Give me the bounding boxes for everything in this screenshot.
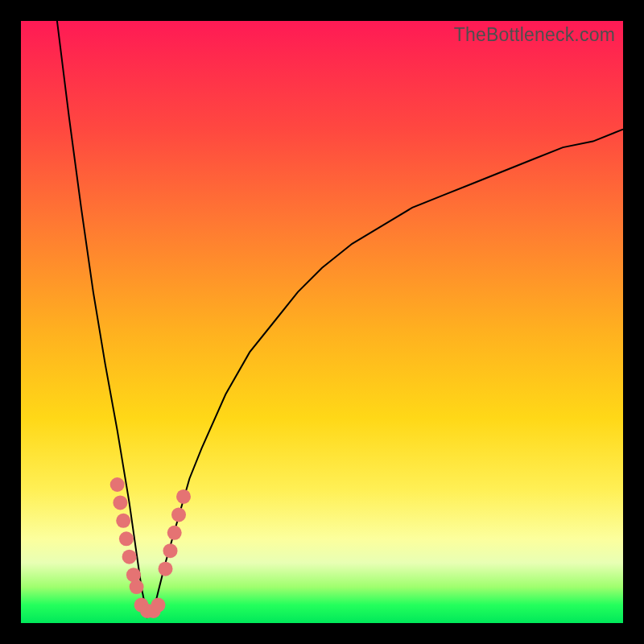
data-point (113, 495, 127, 510)
data-point (110, 477, 125, 492)
chart-frame: TheBottleneck.com (0, 0, 644, 644)
data-point (163, 543, 178, 558)
data-point (119, 531, 134, 546)
data-point (159, 562, 173, 576)
data-point (167, 526, 182, 540)
data-point-group (110, 477, 191, 618)
data-point (171, 507, 186, 522)
data-point (176, 489, 191, 504)
data-point (130, 580, 144, 594)
data-point (116, 514, 130, 528)
plot-area: TheBottleneck.com (21, 21, 623, 623)
chart-svg (21, 21, 623, 623)
data-point (122, 550, 137, 564)
bottleneck-curve (57, 21, 623, 617)
data-point (151, 598, 166, 613)
